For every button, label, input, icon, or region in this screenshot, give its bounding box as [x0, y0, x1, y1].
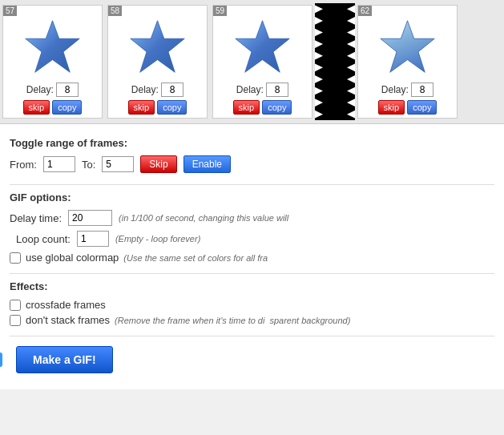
frame-57: 57 Delay: skip copy [2, 5, 103, 119]
nostack-hint2: sparent background) [269, 316, 350, 325]
gif-options-title: GIF options: [10, 191, 494, 203]
frame-copy-58[interactable]: copy [157, 100, 187, 115]
nostack-row: don't stack frames (Remove the frame whe… [10, 314, 494, 326]
nostack-hint: (Remove the frame when it's time to di [115, 316, 264, 325]
frame-star-58 [126, 15, 190, 79]
make-gif-section: 2 Make a GIF! [10, 336, 494, 383]
loop-hint: (Empty - loop forever) [115, 234, 200, 244]
colormap-label: use global colormap [26, 252, 119, 264]
toggle-enable-button[interactable]: Enable [183, 155, 231, 173]
colormap-row: use global colormap (Use the same set of… [10, 252, 494, 264]
frame-copy-62[interactable]: copy [407, 100, 437, 115]
frame-buttons-59: skip copy [233, 100, 292, 115]
make-gif-badge: 2 [0, 352, 2, 367]
delay-label: Delay time: [10, 212, 62, 224]
crossfade-checkbox[interactable] [10, 300, 21, 311]
torn-separator [315, 3, 355, 120]
delay-input[interactable] [68, 210, 112, 226]
svg-marker-1 [131, 20, 185, 72]
frame-number-57: 57 [3, 6, 17, 16]
main-content: Toggle range of frames: From: To: Skip E… [0, 124, 504, 389]
effects-title: Effects: [10, 280, 494, 292]
make-gif-button[interactable]: Make a GIF! [16, 346, 113, 373]
frame-delay-input-62[interactable] [411, 83, 433, 97]
svg-marker-3 [381, 20, 435, 72]
frame-delay-57: Delay: [26, 83, 79, 97]
toggle-range-section: Toggle range of frames: From: To: Skip E… [10, 131, 494, 185]
loop-input[interactable] [77, 231, 109, 247]
frame-copy-59[interactable]: copy [262, 100, 292, 115]
effects-section: Effects: crossfade frames don't stack fr… [10, 274, 494, 336]
frame-delay-58: Delay: [131, 83, 183, 97]
crossfade-row: crossfade frames [10, 299, 494, 311]
colormap-hint: (Use the same set of colors for all fra [123, 253, 268, 263]
loop-row: 1 Loop count: (Empty - loop forever) [10, 231, 494, 247]
frame-62: 62 Delay: skip copy [357, 5, 458, 119]
frame-copy-57[interactable]: copy [52, 100, 82, 115]
svg-marker-0 [26, 20, 80, 72]
nostack-checkbox[interactable] [10, 315, 21, 326]
toggle-range-form: From: To: Skip Enable [10, 155, 494, 173]
frame-skip-62[interactable]: skip [378, 100, 405, 115]
frame-star-59 [231, 15, 295, 79]
frame-buttons-62: skip copy [378, 100, 437, 115]
frame-buttons-57: skip copy [23, 100, 83, 115]
frame-star-62 [376, 15, 440, 79]
toggle-skip-button[interactable]: Skip [140, 155, 176, 173]
delay-hint: (in 1/100 of second, changing this value… [119, 213, 288, 223]
to-label: To: [82, 159, 95, 171]
frame-delay-input-57[interactable] [56, 83, 79, 97]
loop-label: Loop count: [16, 233, 71, 245]
from-input[interactable] [43, 156, 75, 172]
frame-delay-62: Delay: [381, 83, 433, 97]
frame-delay-input-59[interactable] [266, 83, 288, 97]
crossfade-label: crossfade frames [26, 299, 106, 311]
frame-number-62: 62 [358, 6, 372, 16]
frames-strip: 57 Delay: skip copy 58 [0, 0, 504, 124]
from-label: From: [10, 159, 37, 171]
frame-delay-input-58[interactable] [161, 83, 183, 97]
to-input[interactable] [102, 156, 134, 172]
frame-buttons-58: skip copy [128, 100, 187, 115]
frame-star-57 [21, 15, 85, 79]
delay-row: Delay time: (in 1/100 of second, changin… [10, 210, 494, 226]
frame-skip-57[interactable]: skip [23, 100, 50, 115]
colormap-checkbox[interactable] [10, 252, 21, 264]
toggle-range-title: Toggle range of frames: [10, 137, 494, 149]
gif-options-section: GIF options: Delay time: (in 1/100 of se… [10, 185, 494, 274]
frame-skip-58[interactable]: skip [128, 100, 155, 115]
frame-number-59: 59 [213, 6, 227, 16]
frame-58: 58 Delay: skip copy [107, 5, 208, 119]
svg-marker-2 [236, 20, 290, 72]
frame-skip-59[interactable]: skip [233, 100, 260, 115]
frame-59: 59 Delay: skip copy [212, 5, 312, 119]
frame-number-58: 58 [108, 6, 122, 16]
nostack-label: don't stack frames [26, 314, 110, 326]
frame-delay-59: Delay: [236, 83, 288, 97]
